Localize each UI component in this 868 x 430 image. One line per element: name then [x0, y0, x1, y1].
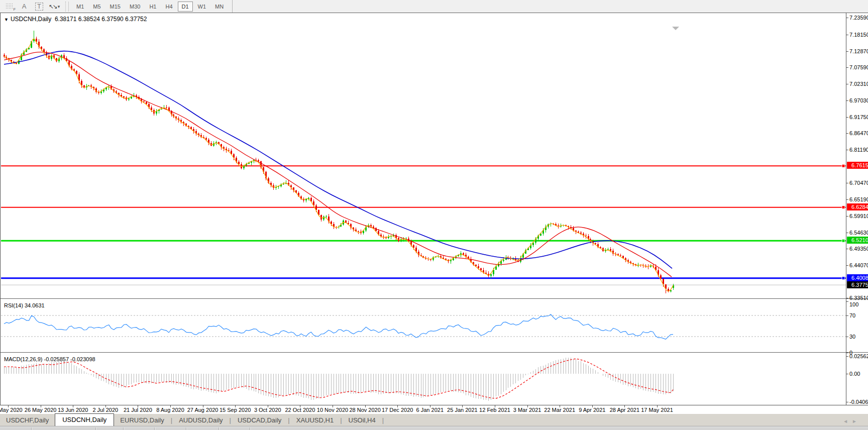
- price-axis-tick: [846, 216, 848, 217]
- candle-body: [128, 98, 130, 99]
- price-axis-tick: [846, 249, 848, 249]
- date-axis-label: 12 Feb 2021: [479, 407, 510, 413]
- macd-axis-label: 0.00: [849, 371, 860, 377]
- status-bar-divider: [31, 427, 32, 430]
- price-axis-label: 6.33510: [849, 295, 868, 301]
- rsi-label: RSI(14) 34.0631: [4, 302, 45, 308]
- ma-slow-line: [4, 51, 672, 269]
- candle-body: [56, 58, 57, 61]
- level-line-anchor[interactable]: [842, 164, 845, 167]
- tabs: USDCHF,DailyUSDCNH,DailyEURUSD,Daily|AUD…: [0, 413, 384, 426]
- price-axis-label: 7.23590: [849, 15, 868, 21]
- tab-divider: |: [382, 414, 384, 426]
- level-line-anchor[interactable]: [842, 277, 845, 280]
- candle-body: [358, 231, 359, 232]
- chart-tab-audusd[interactable]: AUDUSD,Daily: [173, 414, 229, 426]
- macd-panel[interactable]: [0, 354, 868, 405]
- timeframe-button-m15[interactable]: M15: [106, 2, 125, 12]
- price-axis-label: 7.18150: [849, 32, 868, 38]
- chart-tab-xauusd[interactable]: XAUUSD,H1: [290, 414, 340, 426]
- text-annotation-icon[interactable]: A: [18, 2, 30, 12]
- date-axis-label: 17 Dec 2020: [382, 407, 413, 413]
- timeframe-button-h4[interactable]: H4: [161, 2, 176, 12]
- date-axis-label: 28 Nov 2020: [349, 407, 380, 413]
- price-axis-label: 6.70470: [849, 180, 868, 186]
- timeframe-button-mn[interactable]: MN: [211, 2, 228, 12]
- main-chart-panel[interactable]: [0, 13, 868, 299]
- chart-tab-usdcnh[interactable]: USDCNH,Daily: [55, 413, 114, 426]
- price-axis-label: 6.44070: [849, 262, 868, 268]
- status-bar-divider: [186, 427, 186, 430]
- rsi-axis-tick: [846, 301, 848, 302]
- price-axis-label: 6.81190: [849, 147, 868, 153]
- date-axis-label: 10 Nov 2020: [317, 407, 348, 413]
- status-bar: [0, 426, 868, 430]
- price-axis-tick: [846, 233, 848, 233]
- date-axis-label: 15 Sep 2020: [220, 407, 251, 413]
- level-line-anchor[interactable]: [842, 239, 845, 242]
- status-bar-divider: [95, 427, 96, 430]
- date-axis-label: 26 May 2020: [25, 407, 57, 413]
- timeframe-button-w1[interactable]: W1: [194, 2, 210, 12]
- rsi-axis-label: 70: [849, 312, 855, 318]
- collapse-triangle-icon[interactable]: ▼: [4, 17, 9, 22]
- main-chart-canvas[interactable]: [0, 13, 868, 299]
- candle-body: [580, 233, 582, 234]
- tab-scroll-right-icon[interactable]: ►: [852, 418, 861, 424]
- price-axis-tick: [846, 51, 848, 52]
- grid-icon[interactable]: F: [3, 2, 15, 12]
- chart-left-border: [0, 13, 1, 405]
- rsi-line: [4, 314, 673, 339]
- candle-body: [620, 255, 621, 256]
- candle-body: [610, 249, 611, 251]
- date-axis-label: 22 Mar 2021: [544, 407, 575, 413]
- chart-shift-marker-icon[interactable]: [672, 27, 679, 30]
- timeframe-button-m5[interactable]: M5: [89, 2, 104, 12]
- level-price-badge: 6.62849: [847, 203, 868, 210]
- arrows-tool-icon[interactable]: ↖↘▾: [48, 2, 60, 12]
- status-bar-divider: [154, 427, 155, 430]
- chart-tab-usoil[interactable]: USOil,H4: [343, 414, 382, 426]
- status-bar-divider: [250, 427, 250, 430]
- current-price-badge: 6.37752: [847, 281, 868, 288]
- ohlc-values: 6.38171 6.38524 6.37590 6.37752: [55, 16, 147, 23]
- chart-tab-bar: USDCHF,DailyUSDCNH,DailyEURUSD,Daily|AUD…: [0, 414, 868, 426]
- level-line-anchor[interactable]: [842, 206, 845, 209]
- timeframe-button-m1[interactable]: M1: [72, 2, 88, 12]
- level-price-badge: 6.40084: [847, 274, 868, 281]
- mt4-window: F A T ↖↘▾ M1M5M15M30H1H4D1W1MN ▼USDCNH,D…: [0, 0, 868, 430]
- dropdown-caret-icon[interactable]: ▾: [58, 4, 60, 9]
- text-label-icon[interactable]: T: [33, 2, 45, 12]
- price-axis-label: 7.12870: [849, 48, 868, 54]
- price-axis-tick: [846, 67, 848, 68]
- chart-tab-eurusd[interactable]: EURUSD,Daily: [114, 414, 170, 426]
- toolbar-separator: [65, 2, 69, 12]
- macd-label: MACD(12,26,9) -0.025857 -0.023098: [4, 356, 95, 362]
- timeframe-button-h1[interactable]: H1: [145, 2, 160, 12]
- price-axis-label: 7.07590: [849, 64, 868, 70]
- price-axis-tick: [846, 117, 848, 118]
- price-axis-tick: [846, 18, 848, 18]
- date-axis-label: 8 Aug 2020: [156, 407, 184, 413]
- tab-scroll-left-icon[interactable]: ◄: [843, 418, 852, 424]
- macd-canvas[interactable]: [0, 354, 868, 405]
- timeframe-button-m30[interactable]: M30: [126, 2, 144, 12]
- chart-tab-usdcad[interactable]: USDCAD,Daily: [232, 414, 287, 426]
- price-axis-label: 7.02310: [849, 81, 868, 87]
- date-axis-label: 28 Apr 2021: [610, 407, 639, 413]
- chart-title: ▼USDCNH,Daily 6.38171 6.38524 6.37590 6.…: [4, 16, 147, 23]
- price-axis-label: 6.65190: [849, 196, 868, 202]
- price-axis-tick: [846, 199, 848, 200]
- macd-axis-label: -0.040687: [849, 399, 868, 405]
- chart-tab-usdchf[interactable]: USDCHF,Daily: [0, 414, 55, 426]
- candle-body: [258, 160, 259, 161]
- timeframe-button-d1[interactable]: D1: [178, 2, 193, 12]
- date-axis-label: 2 Jul 2020: [92, 407, 118, 413]
- rsi-panel[interactable]: [0, 300, 868, 352]
- status-bar-divider: [123, 427, 124, 430]
- date-axis-label: 25 Jan 2021: [447, 407, 478, 413]
- ma-fast-line: [4, 39, 673, 291]
- rsi-canvas[interactable]: [0, 300, 868, 352]
- price-axis-label: 6.91750: [849, 114, 868, 120]
- candle-body: [166, 108, 167, 108]
